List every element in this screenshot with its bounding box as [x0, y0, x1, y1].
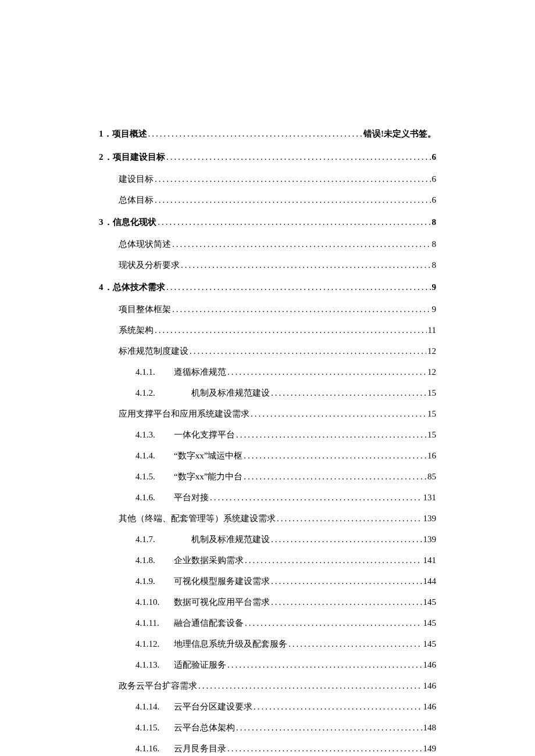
toc-entry-label: 机制及标准规范建设: [174, 386, 270, 400]
toc-entry-label: 系统架构: [119, 323, 154, 337]
toc-entry-label: ．总体技术需求: [104, 280, 165, 294]
toc-entry[interactable]: 项目整体框架9: [99, 299, 436, 320]
toc-entry-number: 4.1.11.: [135, 616, 174, 630]
toc-entry[interactable]: 4.1.6.平台对接131: [99, 487, 436, 508]
toc-entry[interactable]: 4.1.3.一体化支撑平台15: [99, 424, 436, 445]
toc-entry[interactable]: 4.1.8.企业数据采购需求141: [99, 550, 436, 571]
toc-leader-dots: [244, 470, 426, 483]
toc-entry-page: 8: [432, 215, 437, 229]
toc-leader-dots: [227, 365, 426, 379]
toc-entry-number: 4.1.12.: [135, 637, 174, 651]
toc-entry-page: 85: [427, 470, 436, 483]
toc-entry-page: 6: [432, 172, 437, 186]
toc-entry-label: 地理信息系统升级及配套服务: [174, 637, 287, 651]
toc-entry-label: 项目整体框架: [119, 302, 171, 316]
toc-entry-label: 平台对接: [174, 490, 209, 504]
toc-entry-page: 139: [423, 532, 437, 546]
toc-entry[interactable]: 4.1.10.数据可视化应用平台需求145: [99, 592, 436, 612]
toc-entry-label: ．项目建设目标: [104, 150, 165, 164]
toc-leader-dots: [155, 323, 427, 337]
toc-entry-page: 146: [423, 679, 437, 693]
table-of-contents: 1．项目概述错误!未定义书签。2．项目建设目标6建设目标6总体目标63．信息化现…: [99, 122, 436, 756]
toc-entry-page: 139: [423, 511, 437, 525]
toc-entry-page: 145: [423, 637, 437, 651]
toc-entry[interactable]: 4．总体技术需求9: [99, 275, 436, 299]
toc-entry[interactable]: 应用支撑平台和应用系统建设需求15: [99, 403, 436, 424]
toc-entry[interactable]: 4.1.16.云月艮务目录149: [99, 738, 436, 756]
toc-entry[interactable]: 其他（终端、配套管理等）系统建设需求139: [99, 508, 436, 529]
toc-entry-page: 16: [427, 449, 436, 463]
toc-entry[interactable]: 2．项目建设目标6: [99, 145, 436, 169]
toc-entry[interactable]: 4.1.1.遵循标准规范12: [99, 361, 436, 382]
toc-entry-page: 11: [428, 323, 436, 337]
toc-entry[interactable]: 总体目标6: [99, 189, 436, 210]
toc-entry-label: 政务云平台扩容需求: [119, 679, 197, 693]
toc-leader-dots: [236, 428, 426, 442]
toc-entry[interactable]: 现状及分析要求8: [99, 255, 436, 275]
toc-entry[interactable]: 4.1.4.“数字xx”城运中枢16: [99, 445, 436, 466]
toc-leader-dots: [158, 215, 430, 229]
toc-leader-dots: [288, 637, 422, 651]
toc-leader-dots: [271, 574, 422, 588]
toc-entry-page: 145: [423, 595, 437, 609]
toc-leader-dots: [271, 595, 422, 609]
toc-entry-page: 146: [423, 700, 437, 714]
toc-entry[interactable]: 标准规范制度建设12: [99, 341, 436, 361]
toc-entry-label: 遵循标准规范: [174, 365, 226, 379]
toc-entry-label: 企业数据采购需求: [174, 553, 244, 567]
toc-entry-number: 2: [99, 150, 104, 164]
toc-entry-page: 141: [423, 553, 437, 567]
toc-entry-number: 4.1.8.: [135, 553, 174, 567]
toc-entry-label: 云月艮务目录: [174, 741, 226, 755]
toc-leader-dots: [244, 449, 426, 463]
toc-entry-number: 1: [99, 127, 104, 141]
toc-entry-label: 总体目标: [119, 193, 154, 207]
toc-entry[interactable]: 建设目标6: [99, 169, 436, 189]
toc-leader-dots: [277, 511, 422, 525]
toc-entry[interactable]: 系统架构11: [99, 320, 436, 341]
toc-leader-dots: [236, 721, 422, 734]
toc-entry-label: 标准规范制度建设: [119, 344, 188, 358]
toc-entry[interactable]: 1．项目概述错误!未定义书签。: [99, 122, 436, 145]
toc-entry-number: 4.1.16.: [135, 741, 174, 755]
toc-entry-page: 6: [432, 193, 437, 207]
toc-leader-dots: [271, 532, 422, 546]
toc-entry[interactable]: 政务云平台扩容需求146: [99, 675, 436, 696]
toc-entry-number: 4: [99, 280, 104, 294]
toc-entry-label: 总体现状简述: [119, 237, 171, 251]
toc-leader-dots: [166, 150, 430, 164]
toc-entry-number: 4.1.14.: [135, 700, 174, 714]
toc-entry[interactable]: 3．信息化现状8: [99, 210, 436, 234]
toc-entry-label: ．项目概述: [104, 127, 147, 141]
toc-entry-label: 数据可视化应用平台需求: [174, 595, 270, 609]
toc-entry-page: 144: [423, 574, 437, 588]
toc-entry[interactable]: 4.1.9.可视化模型服务建设需求144: [99, 571, 436, 592]
toc-entry-page: 131: [423, 490, 437, 504]
toc-entry-number: 4.1.3.: [135, 428, 174, 442]
toc-entry-number: 4.1.1.: [135, 365, 174, 379]
toc-entry-label: 可视化模型服务建设需求: [174, 574, 270, 588]
toc-entry[interactable]: 4.1.5.“数字xx”能力中台85: [99, 466, 436, 487]
toc-entry-label: “数字xx”城运中枢: [174, 449, 242, 463]
toc-entry[interactable]: 4.1.7. 机制及标准规范建设139: [99, 529, 436, 550]
toc-leader-dots: [251, 407, 426, 421]
toc-entry[interactable]: 4.1.2. 机制及标准规范建设15: [99, 382, 436, 403]
toc-entry-label: 云平台分区建设要求: [174, 700, 252, 714]
toc-entry-label: 建设目标: [119, 172, 154, 186]
toc-entry-page: 12: [427, 344, 436, 358]
toc-entry-label: 一体化支撑平台: [174, 428, 235, 442]
toc-leader-dots: [181, 258, 431, 272]
toc-entry[interactable]: 4.1.15.云平台总体架构148: [99, 717, 436, 738]
toc-entry[interactable]: 4.1.14.云平台分区建设要求146: [99, 696, 436, 717]
toc-entry[interactable]: 总体现状简述8: [99, 234, 436, 255]
toc-entry[interactable]: 4.1.11.融合通信配套设备145: [99, 612, 436, 633]
toc-entry[interactable]: 4.1.12.地理信息系统升级及配套服务145: [99, 633, 436, 654]
toc-leader-dots: [166, 280, 430, 294]
toc-entry-label: 融合通信配套设备: [174, 616, 244, 630]
toc-entry-label: “数字xx”能力中台: [174, 470, 242, 483]
toc-entry-number: 4.1.10.: [135, 595, 174, 609]
toc-leader-dots: [210, 490, 422, 504]
toc-entry-page: 149: [423, 741, 437, 755]
toc-leader-dots: [148, 127, 363, 141]
toc-entry[interactable]: 4.1.13.适配验证服务146: [99, 654, 436, 675]
